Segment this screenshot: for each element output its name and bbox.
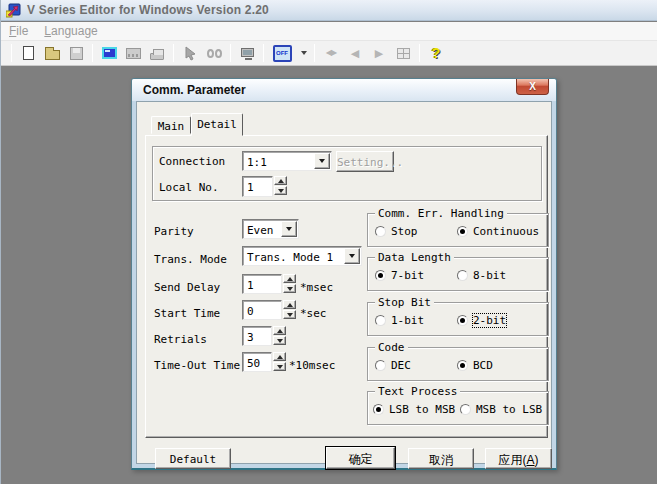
cancel-button[interactable]: 取消 [408,448,474,469]
chevron-down-icon[interactable] [344,248,360,264]
code-groupbox: Code DEC BCD [367,347,549,381]
radio-bcd-label[interactable]: BCD [473,359,493,372]
default-button[interactable]: Default [155,448,231,469]
menubar: File Language [1,22,657,41]
radio-msb-to-lsb[interactable] [460,404,471,415]
radio-bcd[interactable] [457,360,468,371]
parity-label: Parity [154,225,194,238]
spin-up-icon [274,176,287,185]
radio-lsb-to-msb[interactable] [373,404,384,415]
radio-2bit[interactable] [457,315,468,326]
local-no-spinner[interactable] [274,176,287,196]
chevron-down-icon[interactable] [281,221,297,237]
radio-lsb-to-msb-label[interactable]: LSB to MSB [389,403,455,416]
dialog-title: Comm. Parameter [143,83,246,97]
text-process-title: Text Process [375,385,460,398]
start-time-spinner[interactable] [283,300,296,320]
radio-stop-label[interactable]: Stop [391,225,418,238]
transfer-arrows-icon: ◀▶ [320,43,342,63]
data-length-groupbox: Data Length 7-bit 8-bit [367,257,549,291]
menu-file[interactable]: File [1,22,36,40]
stop-bit-title: Stop Bit [375,296,434,309]
radio-continuous-label[interactable]: Continuous [473,225,539,238]
radio-8bit-label[interactable]: 8-bit [473,269,506,282]
toolbar-separator [263,44,264,62]
window-titlebar: V Series Editor for Windows Version 2.20 [1,0,657,21]
toolbar-separator [419,44,420,62]
text-process-groupbox: Text Process LSB to MSB MSB to LSB [367,391,549,425]
help-icon[interactable]: ? [425,43,447,63]
radio-stop[interactable] [375,226,386,237]
retrials-label: Retrials [154,333,207,346]
dialog-body: Main 1 Detail Connection 1:1 Setting... … [136,101,552,464]
start-time-input[interactable]: 0 [242,300,282,320]
detail-tab-panel: Connection 1:1 Setting... Local No. 1 Pa… [145,135,548,438]
start-time-unit: *sec [300,307,327,320]
radio-7bit[interactable] [375,270,386,281]
timeout-unit: *10msec [289,359,335,372]
select-cursor-icon [179,43,201,63]
radio-1bit-label[interactable]: 1-bit [391,314,424,327]
off-toggle-icon[interactable]: OFF [269,43,295,63]
parity-combo[interactable]: Even [242,219,299,239]
send-delay-input[interactable]: 1 [242,274,282,294]
toolbar-separator [230,44,231,62]
radio-dec[interactable] [375,360,386,371]
radio-dec-label[interactable]: DEC [391,359,411,372]
tab-main1[interactable]: Main 1 [151,116,191,134]
toolbar: OFF ◀▶ ◀ ▶ ? [1,41,657,66]
toolbar-separator [173,44,174,62]
comm-setting-icon[interactable] [236,43,258,63]
menu-language[interactable]: Language [36,22,105,40]
trans-mode-combo[interactable]: Trans. Mode 1 [242,246,362,266]
send-delay-unit: *msec [300,281,333,294]
print-icon [146,43,168,63]
setting-button: Setting... [336,151,394,172]
open-file-icon[interactable] [41,43,63,63]
dialog-titlebar[interactable]: Comm. Parameter X [132,79,556,101]
send-delay-label: Send Delay [154,281,220,294]
chevron-down-icon[interactable] [314,153,330,169]
forward-arrow-icon: ▶ [368,43,390,63]
app-icon [6,3,21,18]
data-length-title: Data Length [375,251,454,264]
back-arrow-icon: ◀ [344,43,366,63]
trans-mode-label: Trans. Mode [154,253,227,266]
off-dropdown-icon[interactable] [297,43,309,63]
retrials-input[interactable]: 3 [242,326,272,346]
code-title: Code [375,341,408,354]
radio-continuous[interactable] [457,226,468,237]
stop-bit-groupbox: Stop Bit 1-bit 2-bit [367,302,549,336]
tab-detail[interactable]: Detail [191,113,243,136]
ok-button[interactable]: 确定 [326,447,395,469]
spin-down-icon [274,186,287,195]
retrials-spinner[interactable] [273,326,286,346]
radio-8bit[interactable] [457,270,468,281]
download-to-panel-icon[interactable] [98,43,120,63]
connection-combo[interactable]: 1:1 [242,151,332,171]
panel-data-icon [122,43,144,63]
main-window: V Series Editor for Windows Version 2.20… [0,0,657,484]
close-icon: X [529,81,536,92]
radio-1bit[interactable] [375,315,386,326]
timeout-input[interactable]: 50 [242,352,272,372]
save-icon [65,43,87,63]
toolbar-gripper [11,44,12,62]
radio-2bit-label[interactable]: 2-bit [473,314,506,327]
new-document-icon[interactable] [17,43,39,63]
radio-msb-to-lsb-label[interactable]: MSB to LSB [476,403,542,416]
toolbar-separator [92,44,93,62]
start-time-label: Start Time [154,307,220,320]
binoculars-icon [203,43,225,63]
timeout-spinner[interactable] [273,352,286,372]
local-no-input[interactable]: 1 [242,176,273,197]
toolbar-separator [314,44,315,62]
connection-label: Connection [159,155,225,168]
radio-7bit-label[interactable]: 7-bit [391,269,424,282]
comm-err-groupbox: Comm. Err. Handling Stop Continuous [367,213,549,247]
window-title: V Series Editor for Windows Version 2.20 [27,3,269,17]
dialog-close-button[interactable]: X [516,79,549,95]
comm-err-title: Comm. Err. Handling [375,207,507,220]
apply-button[interactable]: 应用(A) [485,448,552,469]
send-delay-spinner[interactable] [283,274,296,294]
